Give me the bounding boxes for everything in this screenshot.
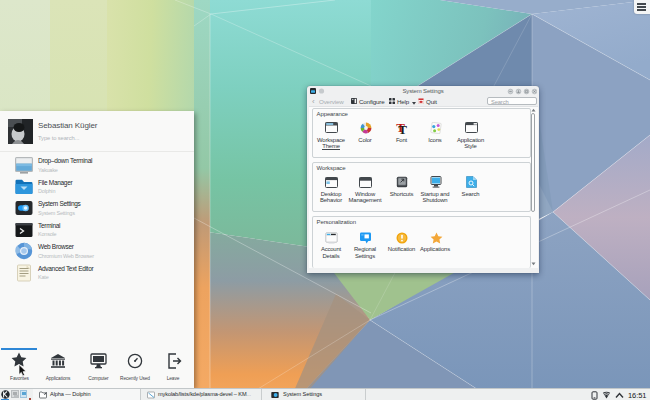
svg-text:T: T xyxy=(398,122,407,135)
